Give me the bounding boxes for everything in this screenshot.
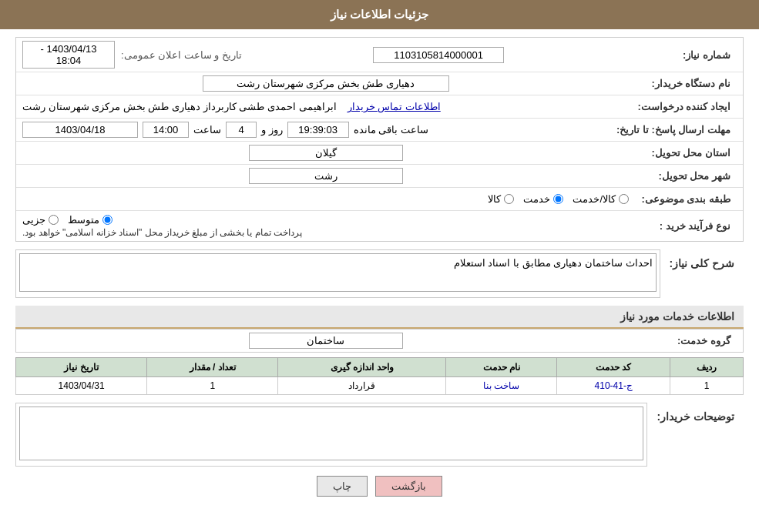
buyer-notes-textarea[interactable]	[19, 407, 643, 460]
service-info-title: اطلاعات خدمات مورد نیاز	[15, 306, 744, 329]
page-wrapper: جزئیات اطلاعات نیاز شماره نیاز: 11031058…	[0, 0, 759, 532]
button-row: بازگشت چاپ	[15, 467, 744, 506]
radio-motawaset[interactable]: متوسط	[68, 214, 113, 226]
requester-value: ابراهیمی احمدی طشی کاربرداز دهیاری طش بخ…	[22, 101, 337, 112]
buyer-org-label: نام دستگاه خریدار:	[629, 78, 737, 89]
date-value: 1403/04/13 - 18:04	[22, 41, 115, 69]
category-radio-group: کالا/خدمت خدمت کالا	[22, 193, 629, 205]
row-buyer-org: نام دستگاه خریدار: دهیاری طش بخش مرکزی ش…	[16, 72, 743, 95]
back-button[interactable]: بازگشت	[375, 476, 442, 497]
row-requester: ایجاد کننده درخواست: اطلاعات تماس خریدار…	[16, 95, 743, 119]
row-service-group: گروه خدمت: ساختمان	[15, 329, 744, 353]
cell-date: 1403/04/31	[16, 377, 147, 395]
table-row: 1 ج-41-410 ساخت بنا قرارداد 1 1403/04/31	[16, 377, 744, 395]
col-quantity: تعداد / مقدار	[147, 358, 278, 377]
col-name: نام حدمت	[446, 358, 557, 377]
row-purchase-type: نوع فرآیند خرید : متوسط جزیی	[16, 211, 743, 241]
col-code: کد حدمت	[557, 358, 670, 377]
contact-link[interactable]: اطلاعات تماس خریدار	[348, 101, 441, 112]
radio-kala-khedmat[interactable]: کالا/خدمت	[573, 193, 629, 205]
province-value: گیلان	[249, 145, 403, 161]
buyer-org-value-box: دهیاری طش بخش مرکزی شهرستان رشت	[22, 75, 629, 92]
main-content: شماره نیاز: 1103105814000001 تاریخ و ساع…	[0, 29, 759, 514]
service-group-value-box: ساختمان	[22, 333, 629, 349]
reply-time-label: ساعت	[193, 124, 221, 136]
province-value-box: گیلان	[22, 145, 629, 161]
print-button[interactable]: چاپ	[317, 476, 368, 497]
radio-kala[interactable]: کالا	[488, 193, 514, 205]
reply-remaining: 19:39:03	[287, 122, 349, 138]
need-number-value: 1103105814000001	[373, 47, 504, 63]
buyer-notes-label: توضیحات خریدار:	[647, 406, 744, 427]
cell-index: 1	[670, 377, 744, 395]
cell-code: ج-41-410	[557, 377, 670, 395]
col-date: تاریخ نیاز	[16, 358, 147, 377]
row-need-number: شماره نیاز: 1103105814000001 تاریخ و ساع…	[16, 38, 743, 72]
purchase-type-label: نوع فرآیند خرید :	[629, 220, 737, 232]
city-value-box: رشت	[22, 168, 629, 184]
need-desc-label: شرح کلی نیاز:	[660, 253, 744, 274]
service-table: ردیف کد حدمت نام حدمت واحد اندازه گیری ت…	[15, 357, 744, 395]
service-group-label: گروه خدمت:	[629, 335, 737, 346]
col-index: ردیف	[670, 358, 744, 377]
need-desc-textarea[interactable]	[19, 253, 657, 292]
date-label: تاریخ و ساعت اعلان عمومی:	[121, 49, 242, 61]
reply-remaining-label: ساعت باقی مانده	[354, 124, 428, 136]
buyer-notes-box	[15, 403, 647, 467]
need-desc-box	[15, 249, 660, 298]
buyer-notes-section: توضیحات خریدار:	[15, 403, 744, 467]
row-province: استان محل تحویل: گیلان	[16, 142, 743, 165]
radio-jozee[interactable]: جزیی	[22, 214, 59, 226]
purchase-note: پرداخت تمام یا بخشی از مبلغ خریداز محل "…	[22, 227, 302, 238]
requester-value-box: اطلاعات تماس خریدار ابراهیمی احمدی طشی ک…	[22, 101, 629, 112]
need-desc-section: شرح کلی نیاز:	[15, 249, 744, 298]
reply-deadline-box: ساعت باقی مانده 19:39:03 روز و 4 ساعت 14…	[22, 122, 616, 138]
purchase-type-radio-group: متوسط جزیی	[22, 214, 113, 226]
page-header: جزئیات اطلاعات نیاز	[0, 0, 759, 29]
city-label: شهر محل تحویل:	[629, 170, 737, 182]
reply-deadline-label: مهلت ارسال پاسخ: تا تاریخ:	[616, 124, 737, 136]
service-group-value: ساختمان	[249, 333, 403, 349]
reply-date: 1403/04/18	[22, 122, 138, 138]
reply-time: 14:00	[143, 122, 189, 138]
table-header-row: ردیف کد حدمت نام حدمت واحد اندازه گیری ت…	[16, 358, 744, 377]
col-unit: واحد اندازه گیری	[278, 358, 446, 377]
row-reply-deadline: مهلت ارسال پاسخ: تا تاریخ: ساعت باقی مان…	[16, 119, 743, 142]
radio-khedmat[interactable]: خدمت	[523, 193, 563, 205]
category-options-box: کالا/خدمت خدمت کالا	[22, 193, 629, 205]
reply-days-label: روز و	[261, 124, 283, 136]
row-category: طبقه بندی موضوعی: کالا/خدمت خدمت	[16, 188, 743, 211]
cell-quantity: 1	[147, 377, 278, 395]
page-title: جزئیات اطلاعات نیاز	[331, 8, 428, 21]
date-value-box: 1403/04/13 - 18:04	[22, 41, 115, 69]
cell-name: ساخت بنا	[446, 377, 557, 395]
city-value: رشت	[249, 168, 403, 184]
requester-label: ایجاد کننده درخواست:	[629, 101, 737, 112]
cell-unit: قرارداد	[278, 377, 446, 395]
purchase-type-box: متوسط جزیی پرداخت تمام یا بخشی از مبلغ خ…	[22, 214, 629, 238]
province-label: استان محل تحویل:	[629, 147, 737, 159]
reply-days: 4	[226, 122, 257, 138]
form-section-top: شماره نیاز: 1103105814000001 تاریخ و ساع…	[15, 37, 744, 242]
need-number-value-box: 1103105814000001	[248, 47, 629, 63]
buyer-org-value: دهیاری طش بخش مرکزی شهرستان رشت	[203, 75, 449, 92]
row-city: شهر محل تحویل: رشت	[16, 165, 743, 188]
category-label: طبقه بندی موضوعی:	[629, 193, 737, 205]
need-number-label: شماره نیاز:	[629, 49, 737, 61]
